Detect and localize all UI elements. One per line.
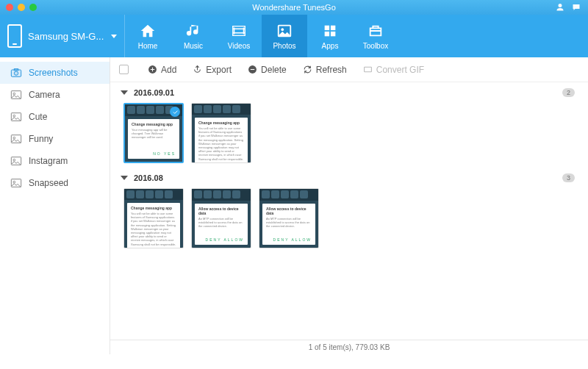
tab-photos[interactable]: Photos — [262, 15, 307, 57]
sidebar-item-cute[interactable]: Cute — [0, 106, 110, 128]
user-icon[interactable] — [556, 3, 564, 12]
status-bar: 1 of 5 item(s), 779.03 KB — [110, 340, 588, 354]
group-header[interactable]: 2016.08 3 — [121, 173, 578, 182]
photo-group: 2016.09.01 2 Change messaging appYour me… — [121, 88, 578, 163]
refresh-button[interactable]: Refresh — [303, 65, 347, 75]
photo-thumbnail[interactable]: Allow access to device dataAn MTP connec… — [259, 188, 319, 248]
toolbar: Add Export Delete Refresh Convert GIF — [110, 57, 588, 82]
group-count-badge: 2 — [562, 88, 575, 97]
export-button[interactable]: Export — [193, 65, 232, 75]
phone-icon — [7, 24, 22, 48]
collapse-icon[interactable] — [121, 176, 128, 180]
add-button[interactable]: Add — [148, 65, 176, 75]
titlebar: Wondershare TunesGo — [0, 0, 588, 15]
group-count-badge: 3 — [562, 173, 575, 182]
check-icon — [170, 107, 180, 117]
minimize-window[interactable] — [18, 4, 25, 11]
svg-rect-8 — [14, 68, 18, 70]
photo-thumbnail[interactable]: Change messaging appYou will not be able… — [123, 188, 184, 248]
feedback-icon[interactable] — [572, 3, 581, 12]
sidebar-item-snapseed[interactable]: Snapseed — [0, 172, 110, 194]
main-panel: Add Export Delete Refresh Convert GIF — [110, 57, 588, 354]
minus-circle-icon — [248, 65, 257, 74]
zoom-window[interactable] — [29, 4, 37, 11]
svg-rect-2 — [325, 25, 329, 29]
chevron-down-icon — [111, 35, 117, 38]
svg-point-10 — [13, 93, 15, 95]
select-all-checkbox[interactable] — [119, 65, 129, 74]
app-title: Wondershare TunesGo — [0, 3, 588, 12]
tab-apps[interactable]: Apps — [307, 15, 353, 57]
photo-thumbnail[interactable]: Allow access to device dataAn MTP connec… — [191, 188, 251, 248]
image-icon — [10, 178, 22, 188]
device-name: Samsung SM-G... — [28, 31, 105, 42]
photo-thumbnail[interactable]: Change messaging appYour messaging app w… — [123, 103, 184, 163]
photo-thumbnail[interactable]: Change messaging appYou will not be able… — [191, 103, 251, 163]
collapse-icon[interactable] — [121, 90, 128, 95]
gif-icon — [363, 65, 373, 74]
tab-music[interactable]: Music — [171, 15, 216, 57]
plus-circle-icon — [148, 65, 157, 74]
group-date: 2016.09.01 — [134, 88, 174, 97]
close-window[interactable] — [6, 4, 13, 11]
image-icon — [10, 134, 22, 144]
svg-point-18 — [13, 181, 15, 183]
convert-gif-button: Convert GIF — [363, 65, 424, 75]
tab-videos[interactable]: Videos — [216, 15, 262, 57]
sidebar-item-screenshots[interactable]: Screenshots — [0, 62, 110, 84]
photo-group: 2016.08 3 Change messaging appYou will n… — [121, 173, 578, 248]
image-icon — [10, 112, 22, 122]
photo-grid: 2016.09.01 2 Change messaging appYour me… — [110, 82, 588, 340]
svg-point-12 — [13, 115, 15, 117]
svg-rect-4 — [325, 31, 329, 35]
tab-home[interactable]: Home — [125, 15, 171, 57]
delete-button[interactable]: Delete — [248, 65, 287, 75]
svg-point-14 — [13, 137, 15, 139]
camera-icon — [10, 68, 22, 78]
svg-point-16 — [13, 159, 15, 161]
sidebar: Screenshots Camera Cute Funny Instagram … — [0, 57, 110, 354]
refresh-icon — [303, 65, 312, 74]
sidebar-item-camera[interactable]: Camera — [0, 84, 110, 106]
svg-point-1 — [281, 28, 284, 31]
group-date: 2016.08 — [134, 173, 163, 182]
group-header[interactable]: 2016.09.01 2 — [121, 88, 578, 97]
svg-rect-5 — [331, 31, 335, 35]
device-selector[interactable]: Samsung SM-G... — [0, 15, 125, 57]
export-icon — [193, 65, 202, 74]
main-tabs: Home Music Videos Photos Apps Toolbox — [125, 15, 398, 57]
image-icon — [10, 90, 22, 100]
window-controls — [0, 4, 37, 11]
svg-rect-3 — [331, 25, 335, 29]
sidebar-item-funny[interactable]: Funny — [0, 128, 110, 150]
header: Samsung SM-G... Home Music Videos Photos… — [0, 15, 588, 57]
tab-toolbox[interactable]: Toolbox — [353, 15, 398, 57]
sidebar-item-instagram[interactable]: Instagram — [0, 150, 110, 172]
svg-point-7 — [14, 71, 18, 75]
image-icon — [10, 156, 22, 166]
body: Screenshots Camera Cute Funny Instagram … — [0, 57, 588, 354]
svg-rect-21 — [364, 67, 371, 72]
